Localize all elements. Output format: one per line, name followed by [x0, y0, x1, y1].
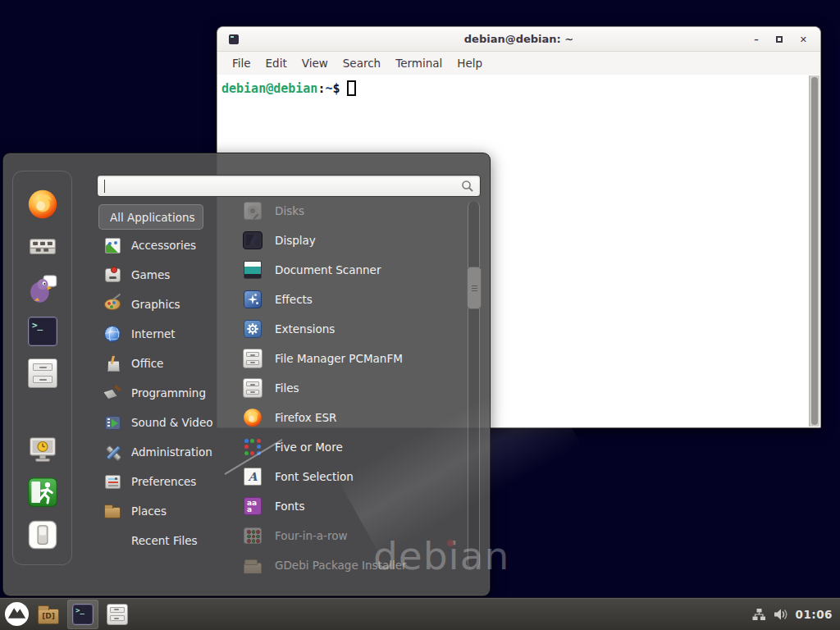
menu-search[interactable]: Search	[336, 57, 388, 70]
terminal-launcher[interactable]: >_	[67, 600, 98, 629]
app-files[interactable]: Files	[219, 373, 467, 403]
terminal-cursor	[347, 80, 356, 96]
close-button[interactable]: ✕	[800, 35, 807, 44]
system-tray: 01:06	[752, 608, 840, 621]
folder-icon: [D]	[38, 609, 59, 624]
terminal-icon: >_	[28, 317, 57, 346]
search-input[interactable]	[98, 176, 480, 196]
app-pcmanfm[interactable]: File Manager PCManFM	[219, 344, 467, 373]
shell-prompt: debian@debian:~$	[218, 75, 819, 96]
category-internet[interactable]: Internet	[98, 319, 230, 349]
programming-icon	[103, 384, 121, 402]
category-programming[interactable]: Programming	[98, 378, 230, 408]
terminal-icon: >_	[72, 604, 94, 625]
pidgin-launcher[interactable]	[26, 272, 59, 305]
preferences-icon	[103, 472, 121, 491]
search-icon	[461, 180, 474, 193]
category-sound-video[interactable]: Sound & Video	[98, 408, 230, 437]
menu-scrollbar-thumb[interactable]	[467, 267, 482, 309]
minimize-button[interactable]: –	[754, 35, 759, 44]
document-scanner-icon	[242, 259, 263, 281]
internet-icon	[103, 325, 121, 343]
menu-view[interactable]: View	[294, 57, 336, 70]
menu-button-icon	[4, 601, 30, 627]
shutdown-icon	[27, 519, 58, 550]
category-administration[interactable]: Administration	[98, 437, 230, 467]
menu-scrollbar[interactable]	[468, 201, 480, 568]
menu-help[interactable]: Help	[450, 57, 490, 70]
terminal-scrollbar[interactable]	[809, 75, 819, 427]
app-four-in-a-row[interactable]: Four-in-a-row	[219, 521, 467, 550]
category-all-applications[interactable]: All Applications	[98, 204, 203, 230]
app-gdebi[interactable]: GDebi Package Installer	[219, 550, 467, 573]
lock-screen-icon	[27, 434, 58, 465]
category-preferences[interactable]: Preferences	[98, 467, 230, 496]
file-cabinet-icon	[242, 348, 263, 369]
text-caret	[104, 180, 105, 193]
category-games[interactable]: Games	[98, 260, 230, 290]
administration-icon	[103, 443, 121, 461]
sound-video-icon	[103, 413, 121, 431]
firefox-icon	[242, 407, 263, 428]
five-or-more-icon	[242, 436, 263, 458]
app-display[interactable]: Display	[219, 226, 467, 255]
network-icon[interactable]	[752, 608, 766, 621]
app-firefox-esr[interactable]: Firefox ESR	[219, 403, 467, 432]
app-document-scanner[interactable]: Document Scanner	[219, 255, 467, 285]
app-effects[interactable]: Effects	[219, 285, 467, 314]
menu-button[interactable]	[4, 601, 30, 627]
places-icon	[103, 502, 121, 520]
taskbar-launchers: [D] >_	[0, 600, 128, 629]
app-font-selection[interactable]: A Font Selection	[219, 462, 467, 491]
favorites-rail: >_	[12, 171, 72, 565]
terminal-menubar: File Edit View Search Terminal Help	[217, 52, 820, 75]
category-accessories[interactable]: Accessories	[98, 231, 230, 260]
app-fonts[interactable]: aa a Fonts	[219, 491, 467, 521]
extensions-icon	[242, 318, 263, 340]
menu-file[interactable]: File	[225, 57, 258, 70]
lock-screen-button[interactable]	[26, 433, 59, 466]
menu-terminal[interactable]: Terminal	[388, 57, 450, 70]
file-cabinet-icon	[107, 604, 128, 625]
categories-list: Accessories Games Graphics Internet Offi…	[98, 231, 230, 555]
graphics-icon	[103, 295, 121, 313]
four-in-a-row-icon	[242, 525, 263, 546]
category-office[interactable]: Office	[98, 349, 230, 378]
taskbar-clock[interactable]: 01:06	[796, 608, 833, 621]
terminal-titlebar[interactable]: debian@debian: ~ – ✕	[217, 27, 820, 52]
accessories-icon	[103, 236, 121, 254]
fonts-icon: aa a	[242, 495, 263, 517]
taskbar: [D] >_ 01:	[0, 597, 840, 630]
folder-launcher[interactable]: [D]	[38, 605, 59, 624]
file-manager-launcher[interactable]	[107, 604, 128, 625]
file-manager-launcher-fav[interactable]	[26, 357, 59, 390]
app-extensions[interactable]: Extensions	[219, 314, 467, 344]
file-cabinet-icon	[242, 377, 263, 399]
log-out-button[interactable]	[26, 476, 59, 509]
app-five-or-more[interactable]: Five or More	[219, 432, 467, 462]
category-recent-files[interactable]: Recent Files	[98, 526, 230, 555]
maximize-button[interactable]	[776, 36, 783, 43]
office-icon	[103, 354, 121, 372]
terminal-scrollbar-thumb[interactable]	[811, 77, 818, 425]
firefox-launcher[interactable]	[26, 188, 59, 221]
terminal-window-title: debian@debian: ~	[217, 27, 820, 52]
terminal-launcher-fav[interactable]: >_	[26, 315, 59, 348]
app-disks[interactable]: Disks	[219, 196, 467, 226]
gdebi-icon	[242, 555, 263, 573]
file-cabinet-icon	[28, 358, 57, 388]
package-manager-launcher[interactable]	[26, 230, 59, 262]
log-out-icon	[27, 477, 58, 508]
pidgin-icon	[27, 273, 58, 304]
menu-edit[interactable]: Edit	[258, 57, 294, 70]
menu-search-box	[97, 175, 481, 197]
category-places[interactable]: Places	[98, 496, 230, 526]
games-icon	[103, 266, 121, 284]
applications-list: Disks Display Document Scanner Effects	[219, 196, 467, 573]
font-selection-icon: A	[242, 466, 263, 487]
category-graphics[interactable]: Graphics	[98, 290, 230, 319]
shutdown-button[interactable]	[26, 518, 59, 551]
effects-icon	[242, 289, 263, 310]
disks-icon	[242, 200, 263, 221]
volume-icon[interactable]	[774, 608, 788, 621]
